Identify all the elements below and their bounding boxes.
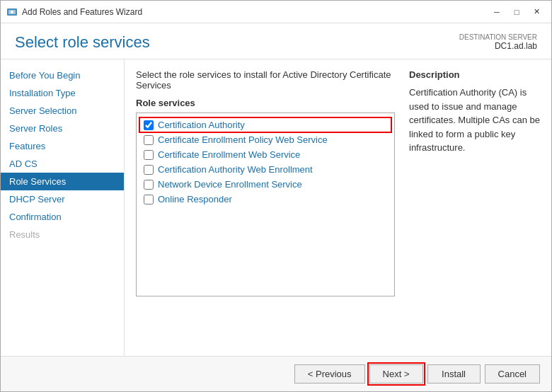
window-title: Add Roles and Features Wizard: [22, 7, 488, 17]
description-label: Description: [409, 69, 540, 80]
cancel-button[interactable]: Cancel: [485, 364, 540, 384]
window-icon: [6, 6, 18, 18]
checkbox-wrap-online-responder: [144, 195, 154, 204]
restore-button[interactable]: □: [507, 5, 526, 19]
header-strip: Select role services DESTINATION SERVER …: [1, 23, 551, 59]
service-item-network-device-enrollment[interactable]: Network Device Enrollment Service: [139, 177, 391, 192]
service-label-online-responder: Online Responder: [158, 194, 232, 204]
sidebar-item-ad-cs[interactable]: AD CS: [1, 155, 124, 173]
sidebar-item-before-you-begin[interactable]: Before You Begin: [1, 67, 124, 84]
instruction-text: Select the role services to install for …: [136, 69, 395, 91]
next-button[interactable]: Next >: [369, 364, 423, 384]
checkbox-online-responder[interactable]: [144, 195, 154, 204]
description-panel: Description Certification Authority (CA)…: [409, 69, 540, 346]
window-controls: ─ □ ✕: [488, 5, 546, 19]
checkbox-cert-authority-web[interactable]: [144, 165, 154, 175]
checkbox-wrap-cert-enrollment-policy: [144, 135, 154, 145]
service-label-certification-authority: Certification Authority: [158, 120, 245, 130]
checkbox-wrap-network-device-enrollment: [144, 180, 154, 190]
checkbox-wrap-cert-authority-web: [144, 165, 154, 175]
sidebar-item-installation-type[interactable]: Installation Type: [1, 84, 124, 102]
checkbox-cert-enrollment-web[interactable]: [144, 150, 154, 160]
service-item-cert-authority-web[interactable]: Certification Authority Web Enrollment: [139, 162, 391, 177]
page-title: Select role services: [15, 33, 150, 52]
title-bar: Add Roles and Features Wizard ─ □ ✕: [1, 1, 551, 23]
checkbox-certification-authority[interactable]: [144, 120, 154, 130]
close-button[interactable]: ✕: [527, 5, 546, 19]
description-text: Certification Authority (CA) is used to …: [409, 86, 540, 155]
services-list-box: Certification AuthorityCertificate Enrol…: [136, 113, 395, 296]
sidebar-item-results: Results: [1, 226, 124, 243]
sidebar-item-role-services[interactable]: Role Services: [1, 173, 124, 190]
footer: < Previous Next > Install Cancel: [1, 356, 551, 391]
checkbox-cert-enrollment-policy[interactable]: [144, 135, 154, 145]
checkbox-wrap-cert-enrollment-web: [144, 150, 154, 160]
destination-server: DESTINATION SERVER DC1.ad.lab: [459, 33, 537, 51]
svg-point-2: [11, 11, 13, 13]
role-services-panel: Select the role services to install for …: [136, 69, 395, 346]
service-label-cert-enrollment-policy: Certificate Enrollment Policy Web Servic…: [158, 134, 328, 145]
checkbox-wrap-certification-authority: [144, 120, 154, 130]
service-label-cert-enrollment-web: Certificate Enrollment Web Service: [158, 149, 300, 160]
service-item-cert-enrollment-policy[interactable]: Certificate Enrollment Policy Web Servic…: [139, 132, 391, 147]
sidebar-item-confirmation[interactable]: Confirmation: [1, 208, 124, 226]
previous-button[interactable]: < Previous: [294, 364, 365, 384]
main-content: Select the role services to install for …: [125, 59, 551, 356]
service-item-cert-enrollment-web[interactable]: Certificate Enrollment Web Service: [139, 147, 391, 162]
checkbox-network-device-enrollment[interactable]: [144, 180, 154, 190]
sidebar-item-server-selection[interactable]: Server Selection: [1, 102, 124, 120]
role-services-label: Role services: [136, 98, 395, 108]
minimize-button[interactable]: ─: [488, 5, 506, 19]
main-window: Add Roles and Features Wizard ─ □ ✕ Sele…: [0, 0, 552, 392]
server-name: DC1.ad.lab: [459, 41, 537, 51]
service-label-cert-authority-web: Certification Authority Web Enrollment: [158, 164, 313, 175]
sidebar-item-dhcp-server[interactable]: DHCP Server: [1, 190, 124, 208]
sidebar: Before You BeginInstallation TypeServer …: [1, 59, 125, 356]
sidebar-item-features[interactable]: Features: [1, 137, 124, 155]
service-item-online-responder[interactable]: Online Responder: [139, 192, 391, 207]
destination-label: DESTINATION SERVER: [459, 33, 537, 41]
service-label-network-device-enrollment: Network Device Enrollment Service: [158, 179, 302, 190]
service-item-certification-authority[interactable]: Certification Authority: [139, 117, 391, 132]
sidebar-item-server-roles[interactable]: Server Roles: [1, 120, 124, 137]
main-layout: Before You BeginInstallation TypeServer …: [1, 59, 551, 356]
install-button[interactable]: Install: [427, 364, 481, 384]
